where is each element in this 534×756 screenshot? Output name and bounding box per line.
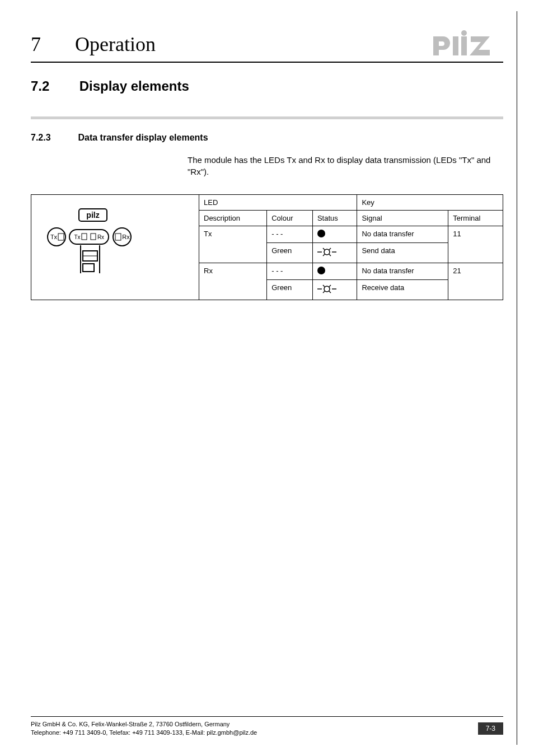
diagram-mid-tx: Tx xyxy=(74,234,80,240)
cell-status xyxy=(312,226,357,243)
module-diagram-cell: pilz Tx Tx Rx Rx xyxy=(31,195,199,300)
section-divider xyxy=(31,116,503,119)
svg-rect-7 xyxy=(82,234,87,240)
section-title: Display elements xyxy=(79,78,189,94)
cell-signal: Send data xyxy=(357,243,448,263)
svg-line-28 xyxy=(329,291,331,293)
svg-rect-8 xyxy=(91,234,96,240)
section-number: 7.2 xyxy=(31,78,76,94)
svg-line-19 xyxy=(329,248,331,250)
svg-point-17 xyxy=(324,249,330,255)
subsection-number: 7.2.3 xyxy=(31,133,76,143)
svg-line-20 xyxy=(323,254,325,256)
th-led-group: LED xyxy=(199,195,357,211)
page-right-rule xyxy=(517,11,517,745)
svg-rect-1 xyxy=(453,36,458,55)
svg-line-26 xyxy=(329,285,331,287)
page-footer: Pilz GmbH & Co. KG, Felix-Wankel-Straße … xyxy=(31,716,503,736)
led-flash-icon xyxy=(317,283,336,295)
svg-point-0 xyxy=(461,30,467,36)
cell-colour: - - - xyxy=(267,226,313,243)
svg-line-21 xyxy=(329,254,331,256)
th-description: Description xyxy=(199,211,267,226)
module-diagram: pilz Tx Tx Rx Rx xyxy=(37,206,149,284)
footer-line2: Telephone: +49 711 3409-0, Telefax: +49 … xyxy=(31,729,257,736)
svg-point-24 xyxy=(324,286,330,292)
diagram-mid-rx: Rx xyxy=(97,234,104,240)
svg-line-18 xyxy=(323,248,325,250)
chapter-number: 7 xyxy=(31,32,70,56)
footer-line1: Pilz GmbH & Co. KG, Felix-Wankel-Straße … xyxy=(31,720,257,728)
footer-rule xyxy=(31,716,503,717)
cell-status xyxy=(312,263,357,280)
cell-status xyxy=(312,243,357,263)
led-off-icon xyxy=(317,267,325,274)
svg-line-25 xyxy=(323,285,325,287)
subsection-title: Data transfer display elements xyxy=(78,133,208,142)
intro-paragraph: The module has the LEDs Tx and Rx to dis… xyxy=(188,154,503,178)
cell-status xyxy=(312,280,357,300)
led-off-icon xyxy=(317,230,325,237)
led-flash-icon xyxy=(317,246,336,258)
svg-rect-10 xyxy=(115,234,121,240)
header-rule xyxy=(31,62,503,63)
cell-terminal: 21 xyxy=(448,263,503,300)
diagram-rx-right: Rx xyxy=(122,234,130,240)
cell-colour: Green xyxy=(267,243,313,263)
th-terminal: Terminal xyxy=(448,211,503,226)
svg-rect-15 xyxy=(83,264,94,272)
diagram-brand: pilz xyxy=(86,211,99,220)
pilz-logo xyxy=(430,28,503,56)
th-key-group: Key xyxy=(357,195,503,211)
th-signal: Signal xyxy=(357,211,448,226)
cell-description: Rx xyxy=(199,263,267,300)
svg-rect-2 xyxy=(461,36,467,55)
th-colour: Colour xyxy=(267,211,313,226)
cell-signal: No data transfer xyxy=(357,226,448,243)
cell-signal: Receive data xyxy=(357,280,448,300)
diagram-tx-left: Tx xyxy=(50,234,58,240)
chapter-title: Operation xyxy=(75,33,156,55)
led-table: pilz Tx Tx Rx Rx xyxy=(31,194,503,300)
svg-line-27 xyxy=(323,291,325,293)
cell-signal: No data transfer xyxy=(357,263,448,280)
svg-rect-5 xyxy=(58,234,64,240)
cell-description: Tx xyxy=(199,226,267,263)
cell-colour: Green xyxy=(267,280,313,300)
cell-colour: - - - xyxy=(267,263,313,280)
page-header: 7 Operation xyxy=(31,28,503,56)
page-number-badge: 7-3 xyxy=(478,722,503,735)
th-status: Status xyxy=(312,211,357,226)
cell-terminal: 11 xyxy=(448,226,503,263)
